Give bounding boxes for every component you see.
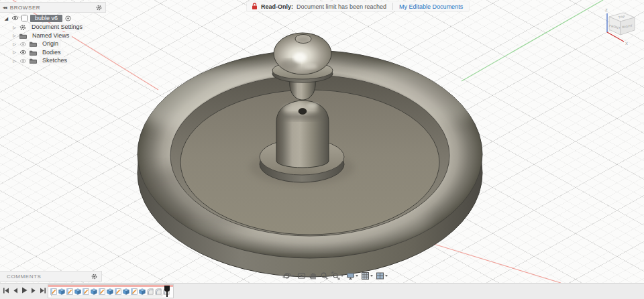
step-back-button[interactable]	[13, 288, 18, 294]
comments-title: COMMENTS	[7, 274, 91, 280]
eye-icon[interactable]	[11, 15, 19, 21]
zoom-icon	[320, 272, 329, 280]
eye-icon[interactable]	[19, 58, 27, 64]
fit-button[interactable]	[331, 271, 344, 281]
step-forward-button[interactable]	[31, 288, 36, 294]
eye-icon[interactable]	[19, 42, 27, 47]
browser-gear-icon[interactable]	[96, 5, 102, 11]
browser-panel: ◀◀ BROWSER ◢ buble v6 ▷ Document Setting…	[0, 2, 106, 65]
flat-spot-shade	[297, 37, 309, 42]
browser-item-label: Sketches	[40, 57, 70, 64]
banner-divider	[392, 3, 393, 10]
browser-tree: ▷ Document Settings▷ Named Views▷ Origin…	[0, 23, 106, 66]
browser-item-label: Document Settings	[29, 23, 85, 31]
activate-radio-icon[interactable]	[65, 15, 71, 21]
viewcube[interactable]: Z X TOP FRONT RIGHT	[589, 3, 640, 48]
marker-line	[166, 291, 168, 297]
timeline-position-marker[interactable]	[164, 286, 170, 297]
readonly-message: Document limit has been reached	[297, 3, 386, 10]
viewports-button[interactable]	[375, 271, 388, 281]
expand-icon[interactable]: ▷	[12, 59, 17, 63]
browser-item-sketches[interactable]: ▷ Sketches	[0, 57, 106, 66]
dome-reflection	[304, 64, 317, 69]
y-axis-line	[462, 0, 603, 81]
post-reflection	[307, 103, 318, 108]
x-axis-line-lower	[421, 240, 561, 283]
skip-start-button[interactable]	[3, 288, 9, 294]
component-icon	[21, 15, 28, 21]
z-axis-label: Z	[605, 8, 608, 12]
browser-item-named-views[interactable]: ▷ Named Views	[0, 32, 106, 40]
chevron-down-icon[interactable]	[341, 275, 343, 277]
browser-item-root[interactable]: ◢ buble v6	[0, 14, 106, 23]
editable-documents-link[interactable]: My Editable Documents	[399, 3, 463, 10]
gear-icon	[19, 24, 26, 31]
folder-icon	[30, 50, 37, 56]
lock-icon	[252, 3, 258, 10]
chevron-down-icon[interactable]	[356, 275, 358, 277]
timeline-bar	[0, 283, 644, 299]
browser-item-label: Named Views	[30, 32, 72, 40]
pan-button[interactable]	[308, 271, 318, 281]
fit-icon	[331, 272, 340, 280]
viewcube-cube[interactable]: TOP FRONT RIGHT	[608, 13, 635, 35]
comments-gear-icon[interactable]	[91, 274, 97, 280]
x-axis-label: X	[625, 42, 628, 46]
timeline-group-bracket	[51, 294, 162, 296]
browser-tree-container: ◢ buble v6 ▷ Document Settings▷ Named Vi…	[0, 14, 106, 65]
collapse-panel-icon[interactable]: ◀◀	[3, 6, 7, 9]
timeline-playback-controls	[3, 287, 46, 294]
folder-icon	[30, 41, 37, 47]
dome-specular	[293, 53, 307, 62]
model-body[interactable]	[121, 33, 496, 277]
fusion-360-window: { "browser": { "title": "BROWSER", "root…	[0, 0, 644, 299]
grid-settings-button[interactable]	[360, 271, 374, 281]
orbit-icon	[282, 272, 291, 280]
expand-icon[interactable]: ▷	[12, 34, 17, 38]
orbit-button[interactable]	[282, 271, 295, 281]
display-settings-icon	[346, 272, 355, 280]
folder-icon	[30, 58, 37, 64]
browser-header: ◀◀ BROWSER	[0, 2, 106, 13]
play-button[interactable]	[21, 287, 28, 294]
browser-item-label: Bodies	[40, 49, 64, 56]
readonly-banner: Read-Only: Document limit has been reach…	[247, 1, 469, 11]
look-at-button[interactable]	[297, 271, 307, 281]
browser-item-origin[interactable]: ▷ Origin	[0, 40, 106, 49]
root-component-label[interactable]: buble v6	[30, 15, 62, 22]
zoom-button[interactable]	[319, 271, 329, 281]
expand-icon[interactable]: ▷	[12, 25, 17, 29]
readonly-label: Read-Only:	[261, 3, 293, 10]
chevron-down-icon[interactable]	[385, 275, 388, 277]
navigation-toolbar	[279, 270, 391, 282]
expand-icon[interactable]: ▷	[12, 50, 17, 54]
eye-icon[interactable]	[19, 50, 27, 55]
display-settings-button[interactable]	[345, 271, 359, 281]
skip-end-button[interactable]	[40, 288, 46, 294]
grid-settings-icon	[361, 272, 370, 280]
pan-icon	[309, 272, 317, 280]
folder-icon	[19, 33, 27, 39]
expand-icon[interactable]: ▷	[12, 42, 17, 46]
browser-item-document-settings[interactable]: ▷ Document Settings	[0, 23, 106, 32]
timeline-accent-bar	[48, 285, 173, 287]
chevron-down-icon[interactable]	[370, 275, 373, 277]
browser-item-bodies[interactable]: ▷ Bodies	[0, 48, 106, 57]
browser-item-label: Origin	[40, 40, 61, 48]
look-at-icon	[297, 272, 306, 280]
post-hole[interactable]	[299, 109, 307, 115]
expand-icon[interactable]: ◢	[4, 16, 9, 21]
timeline-track[interactable]	[48, 284, 174, 298]
chevron-down-icon[interactable]	[292, 275, 294, 277]
comments-panel[interactable]: COMMENTS	[0, 271, 102, 282]
browser-title: BROWSER	[10, 5, 93, 11]
viewports-icon	[376, 272, 384, 280]
